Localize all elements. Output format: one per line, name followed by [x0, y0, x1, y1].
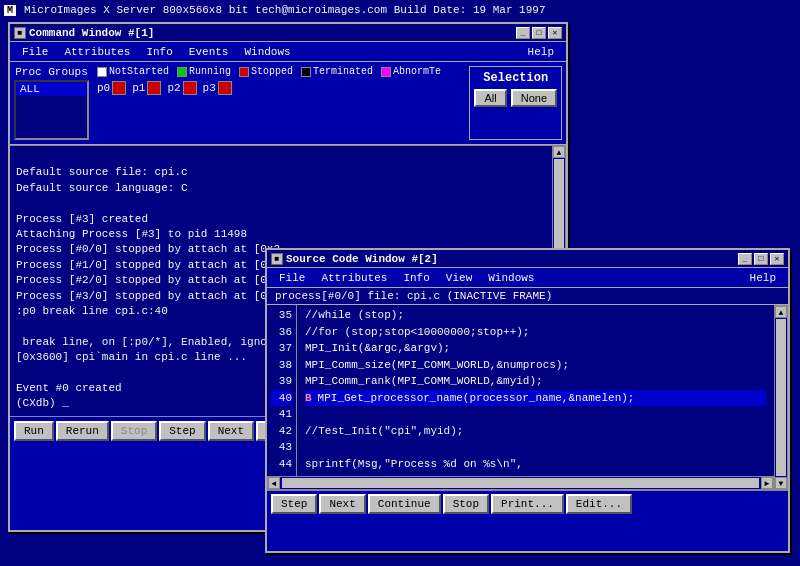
legend-proc-area: NotStarted Running Stopped Terminated Ab… [97, 66, 461, 140]
src-print-button[interactable]: Print... [491, 494, 564, 514]
run-button[interactable]: Run [14, 421, 54, 441]
src-step-button[interactable]: Step [271, 494, 317, 514]
proc-p3-label: p3 [203, 82, 216, 94]
proc-p2[interactable]: p2 [167, 81, 196, 95]
cmd-menu-info[interactable]: Info [138, 44, 180, 59]
cmd-menubar: File Attributes Info Events Windows Help [10, 42, 566, 62]
src-close-button[interactable]: ✕ [770, 253, 784, 265]
code-40-text: MPI_Get_processor_name(processor_name,&n… [318, 390, 635, 407]
proc-p2-label: p2 [167, 82, 180, 94]
cmd-menu-events[interactable]: Events [181, 44, 237, 59]
code-line-41 [305, 406, 766, 423]
code-37-text: MPI_Init(&argc,&argv); [305, 340, 450, 357]
src-minimize-button[interactable]: _ [738, 253, 752, 265]
next-button[interactable]: Next [208, 421, 254, 441]
proc-groups-list[interactable]: ALL [14, 80, 89, 140]
src-window-title: Source Code Window #[2] [286, 253, 438, 265]
src-stop-button[interactable]: Stop [443, 494, 489, 514]
legend-running: Running [177, 66, 231, 77]
stop-button[interactable]: Stop [111, 421, 157, 441]
scroll-up-arrow[interactable]: ▲ [553, 146, 565, 158]
legend-terminated: Terminated [301, 66, 373, 77]
app-titlebar: M MicroImages X Server 800x566x8 bit tec… [0, 0, 800, 20]
output-line-4: Attaching Process [#3] to pid 11498 [16, 227, 546, 242]
src-menu-help[interactable]: Help [742, 270, 784, 285]
proc-p0-indicator [112, 81, 126, 95]
legend-running-label: Running [189, 66, 231, 77]
proc-p1[interactable]: p1 [132, 81, 161, 95]
code-body: 35 36 37 38 39 40 41 42 43 44 //while (s… [267, 305, 774, 476]
select-none-button[interactable]: None [511, 89, 557, 107]
src-menu-view[interactable]: View [438, 270, 480, 285]
src-next-button[interactable]: Next [319, 494, 365, 514]
proc-group-all[interactable]: ALL [16, 82, 87, 96]
code-line-37: MPI_Init(&argc,&argv); [305, 340, 766, 357]
code-35-text: //while (stop); [305, 307, 404, 324]
src-scroll-thumb[interactable] [776, 319, 786, 476]
ln-37: 37 [271, 340, 292, 357]
output-line-3: Process [#3] created [16, 212, 546, 227]
legend-row: NotStarted Running Stopped Terminated Ab… [97, 66, 461, 77]
output-line-1: Default source file: cpi.c [16, 165, 546, 180]
src-edit-button[interactable]: Edit... [566, 494, 632, 514]
ln-41: 41 [271, 406, 292, 423]
close-button[interactable]: ✕ [548, 27, 562, 39]
src-window-icon[interactable]: ■ [271, 253, 283, 265]
src-continue-button[interactable]: Continue [368, 494, 441, 514]
cmd-window-icon[interactable]: ■ [14, 27, 26, 39]
proc-p0-label: p0 [97, 82, 110, 94]
proc-p0[interactable]: p0 [97, 81, 126, 95]
rerun-button[interactable]: Rerun [56, 421, 109, 441]
src-scroll-down-arrow[interactable]: ▼ [775, 477, 787, 489]
cmd-menu-file[interactable]: File [14, 44, 56, 59]
source-code-window: ■ Source Code Window #[2] _ □ ✕ File Att… [265, 248, 790, 553]
hscroll-left-arrow[interactable]: ◄ [268, 477, 280, 489]
src-menu-attributes[interactable]: Attributes [313, 270, 395, 285]
code-42-text: //Test_Init("cpi",myid); [305, 423, 463, 440]
code-line-44: sprintf(Msg,"Process %d on %s\n", [305, 456, 766, 473]
src-menu-info[interactable]: Info [395, 270, 437, 285]
legend-terminated-label: Terminated [313, 66, 373, 77]
step-button[interactable]: Step [159, 421, 205, 441]
hscroll-right-arrow[interactable]: ► [761, 477, 773, 489]
selection-buttons: All None [474, 89, 557, 107]
running-indicator [177, 67, 187, 77]
src-scrollbar-horizontal[interactable]: ◄ ► [267, 476, 774, 490]
output-line-2: Default source language: C [16, 181, 546, 196]
hscroll-thumb[interactable] [282, 478, 759, 488]
code-header: process[#0/0] file: cpi.c (INACTIVE FRAM… [267, 288, 788, 305]
output-line-blank2 [16, 196, 546, 211]
proc-groups-label: Proc Groups [14, 66, 89, 78]
cmd-window-titlebar[interactable]: ■ Command Window #[1] _ □ ✕ [10, 24, 566, 42]
src-maximize-button[interactable]: □ [754, 253, 768, 265]
src-scrollbar-vertical[interactable]: ▲ ▼ [774, 305, 788, 490]
selection-title: Selection [483, 71, 548, 85]
maximize-button[interactable]: □ [532, 27, 546, 39]
proc-p3-indicator [218, 81, 232, 95]
code-44-text: sprintf(Msg,"Process %d on %s\n", [305, 456, 523, 473]
proc-groups-box: Proc Groups ALL [14, 66, 89, 140]
output-line-blank1 [16, 150, 546, 165]
code-line-43 [305, 439, 766, 456]
code-main: 35 36 37 38 39 40 41 42 43 44 //while (s… [267, 305, 774, 490]
ln-42: 42 [271, 423, 292, 440]
breakpoint-marker: B [305, 390, 312, 407]
ln-43: 43 [271, 439, 292, 456]
code-content: //while (stop); //for (stop;stop<1000000… [297, 305, 774, 476]
cmd-menu-attributes[interactable]: Attributes [56, 44, 138, 59]
proc-p3[interactable]: p3 [203, 81, 232, 95]
cmd-menu-help[interactable]: Help [520, 44, 562, 59]
select-all-button[interactable]: All [474, 89, 506, 107]
legend-abnormte-label: AbnormTe [393, 66, 441, 77]
minimize-button[interactable]: _ [516, 27, 530, 39]
src-scroll-up-arrow[interactable]: ▲ [775, 306, 787, 318]
code-line-39: MPI_Comm_rank(MPI_COMM_WORLD,&myid); [305, 373, 766, 390]
src-window-titlebar[interactable]: ■ Source Code Window #[2] _ □ ✕ [267, 250, 788, 268]
src-menu-file[interactable]: File [271, 270, 313, 285]
code-36-text: //for (stop;stop<10000000;stop++); [305, 324, 529, 341]
src-menu-windows[interactable]: Windows [480, 270, 542, 285]
cmd-menu-windows[interactable]: Windows [236, 44, 298, 59]
code-line-38: MPI_Comm_size(MPI_COMM_WORLD,&numprocs); [305, 357, 766, 374]
legend-notstarted-label: NotStarted [109, 66, 169, 77]
app-title: MicroImages X Server 800x566x8 bit tech@… [24, 4, 546, 16]
